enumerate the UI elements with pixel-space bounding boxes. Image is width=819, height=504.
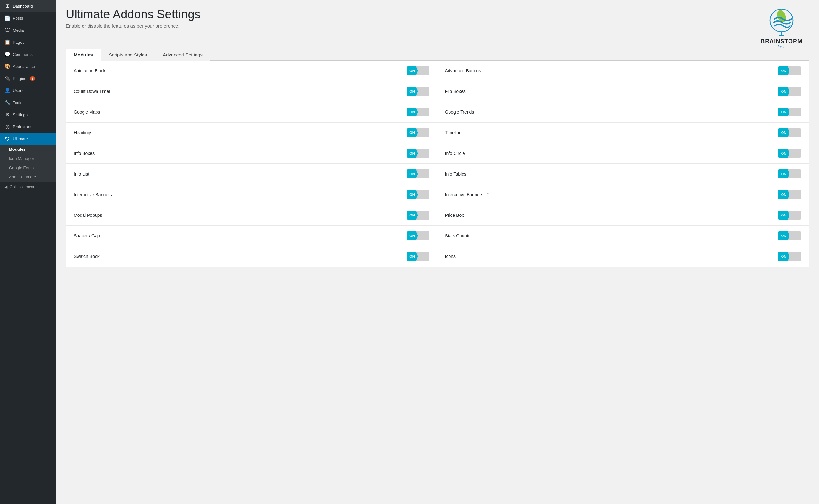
submenu-item-about-ultimate[interactable]: About Ultimate <box>0 172 56 182</box>
module-cell-left-5: Info List ON <box>66 164 437 184</box>
module-cell-right-0: Advanced Buttons ON <box>437 61 809 81</box>
plugin-badge: 2 <box>30 76 35 81</box>
module-name: Info Circle <box>445 151 773 156</box>
module-cell-right-1: Flip Boxes ON <box>437 81 809 102</box>
sidebar-label-ultimate: Ultimate <box>13 136 28 141</box>
toggle-info-list[interactable]: ON <box>407 169 429 178</box>
module-cell-right-8: Stats Counter ON <box>437 226 809 246</box>
collapse-icon: ◀ <box>4 185 7 189</box>
module-name: Interactive Banners - 2 <box>445 192 773 197</box>
toggle-google-maps[interactable]: ON <box>407 108 429 116</box>
sidebar-item-users[interactable]: 👤 Users <box>0 84 56 96</box>
sidebar-item-ultimate[interactable]: 🛡 Ultimate <box>0 133 56 145</box>
module-name: Modal Popups <box>74 213 402 218</box>
toggle-on-label: ON <box>778 211 789 220</box>
toggle-off-area <box>418 87 429 96</box>
main-content: Ultimate Addons Settings Enable or disab… <box>56 0 819 504</box>
sidebar-label-tools: Tools <box>13 100 22 105</box>
sidebar-label-users: Users <box>13 88 23 93</box>
sidebar-label-comments: Comments <box>13 52 33 57</box>
submenu: ModulesIcon ManagerGoogle FontsAbout Ult… <box>0 145 56 182</box>
toggle-on-label: ON <box>407 108 418 116</box>
sidebar-item-comments[interactable]: 💬 Comments <box>0 48 56 60</box>
module-cell-right-6: Interactive Banners - 2 ON <box>437 184 809 205</box>
module-cell-left-0: Animation Block ON <box>66 61 437 81</box>
toggle-on-label: ON <box>778 190 789 199</box>
toggle-spacer-/-gap[interactable]: ON <box>407 231 429 240</box>
toggle-on-label: ON <box>407 252 418 261</box>
toggle-interactive-banners[interactable]: ON <box>407 190 429 199</box>
toggle-off-area <box>789 128 801 137</box>
modules-container: Animation Block ON Advanced Buttons ON C… <box>66 61 809 267</box>
tab-modules[interactable]: Modules <box>66 49 101 61</box>
module-name: Info List <box>74 171 402 176</box>
module-name: Animation Block <box>74 68 402 73</box>
toggle-interactive-banners---2[interactable]: ON <box>778 190 801 199</box>
sidebar-item-pages[interactable]: 📋 Pages <box>0 36 56 48</box>
toggle-on-label: ON <box>407 211 418 220</box>
toggle-swatch-book[interactable]: ON <box>407 252 429 261</box>
module-cell-right-9: Icons ON <box>437 246 809 267</box>
toggle-google-trends[interactable]: ON <box>778 108 801 116</box>
brainstorm-logo: BRAINSTORM force <box>761 8 809 49</box>
toggle-info-boxes[interactable]: ON <box>407 149 429 158</box>
toggle-info-circle[interactable]: ON <box>778 149 801 158</box>
toggle-stats-counter[interactable]: ON <box>778 231 801 240</box>
tab-scripts-and-styles[interactable]: Scripts and Styles <box>101 49 155 61</box>
toggle-on-label: ON <box>778 87 789 96</box>
sidebar-item-plugins[interactable]: 🔌 Plugins 2 <box>0 72 56 84</box>
toggle-on-label: ON <box>778 252 789 261</box>
module-name: Icons <box>445 254 773 259</box>
toggle-off-area <box>418 231 429 240</box>
sidebar-item-settings[interactable]: ⚙ Settings <box>0 109 56 121</box>
toggle-off-area <box>789 190 801 199</box>
module-cell-left-9: Swatch Book ON <box>66 246 437 267</box>
sidebar-item-posts[interactable]: 📄 Posts <box>0 12 56 24</box>
toggle-advanced-buttons[interactable]: ON <box>778 66 801 75</box>
posts-icon: 📄 <box>4 15 10 21</box>
sidebar-item-media[interactable]: 🖼 Media <box>0 24 56 36</box>
toggle-headings[interactable]: ON <box>407 128 429 137</box>
module-name: Price Box <box>445 213 773 218</box>
toggle-on-label: ON <box>778 128 789 137</box>
toggle-animation-block[interactable]: ON <box>407 66 429 75</box>
settings-icon: ⚙ <box>4 112 10 117</box>
tools-icon: 🔧 <box>4 100 10 105</box>
sidebar-label-appearance: Appearance <box>13 64 35 69</box>
module-name: Timeline <box>445 130 773 135</box>
module-cell-left-7: Modal Popups ON <box>66 205 437 225</box>
sidebar-item-brainstorm[interactable]: ◎ Brainstorm <box>0 121 56 133</box>
toggle-timeline[interactable]: ON <box>778 128 801 137</box>
submenu-item-google-fonts[interactable]: Google Fonts <box>0 163 56 172</box>
tab-advanced-settings[interactable]: Advanced Settings <box>155 49 210 61</box>
logo-text: BRAINSTORM <box>761 38 802 45</box>
logo-sub: force <box>761 45 802 49</box>
sidebar-item-appearance[interactable]: 🎨 Appearance <box>0 60 56 72</box>
submenu-item-modules[interactable]: Modules <box>0 145 56 154</box>
toggle-info-tables[interactable]: ON <box>778 169 801 178</box>
toggle-icons[interactable]: ON <box>778 252 801 261</box>
users-icon: 👤 <box>4 88 10 93</box>
module-name: Interactive Banners <box>74 192 402 197</box>
toggle-on-label: ON <box>407 231 418 240</box>
sidebar-label-dashboard: Dashboard <box>13 4 33 9</box>
modules-row: Swatch Book ON Icons ON <box>66 246 809 267</box>
toggle-flip-boxes[interactable]: ON <box>778 87 801 96</box>
submenu-item-icon-manager[interactable]: Icon Manager <box>0 154 56 163</box>
toggle-price-box[interactable]: ON <box>778 211 801 220</box>
tabs-bar: ModulesScripts and StylesAdvanced Settin… <box>66 49 809 61</box>
toggle-off-area <box>418 108 429 116</box>
modules-row: Info Boxes ON Info Circle ON <box>66 143 809 164</box>
collapse-menu-button[interactable]: ◀ Collapse menu <box>0 182 56 192</box>
modules-row: Google Maps ON Google Trends ON <box>66 102 809 123</box>
toggle-modal-popups[interactable]: ON <box>407 211 429 220</box>
sidebar-item-dashboard[interactable]: ⊞ Dashboard <box>0 0 56 12</box>
toggle-on-label: ON <box>407 87 418 96</box>
logo-image <box>767 8 796 36</box>
toggle-count-down-timer[interactable]: ON <box>407 87 429 96</box>
toggle-off-area <box>789 252 801 261</box>
module-name: Flip Boxes <box>445 89 773 94</box>
sidebar-item-tools[interactable]: 🔧 Tools <box>0 96 56 109</box>
toggle-off-area <box>789 149 801 158</box>
toggle-on-label: ON <box>407 149 418 158</box>
